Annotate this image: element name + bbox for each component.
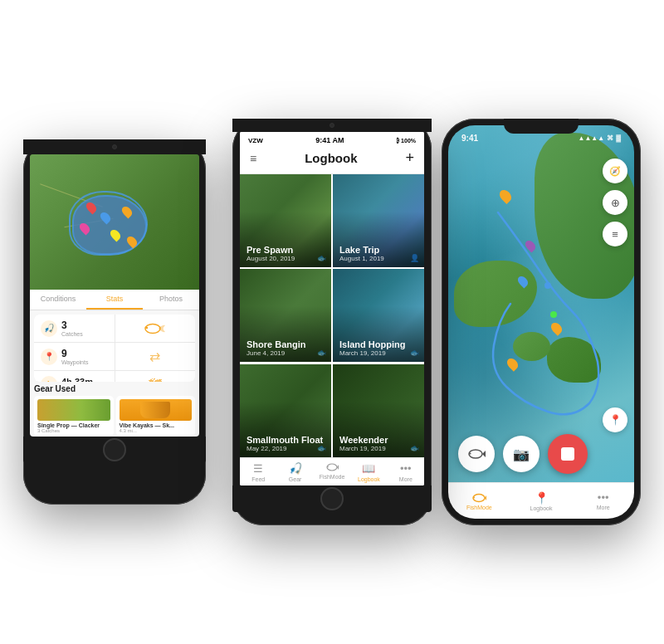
card-title-5: Weekender [339,435,417,445]
card-fish-icon-3: 🐟 [410,349,419,357]
tab-photos[interactable]: Photos [143,290,199,310]
nav-feed[interactable]: ☰ Feed [240,462,276,482]
fish-overlay-icon [467,447,486,461]
card-fish-icon-1: 👤 [410,254,419,262]
nav-more[interactable]: ••• More [388,462,424,482]
gear-item-1: Vibe Kayaks — Sk... 4.3 mi... [116,396,196,437]
nav-logbook-right[interactable]: 📍 Logbook [510,491,573,511]
battery-icon: ▓ [616,134,621,142]
nav-fishmode-right[interactable]: FishMode [448,492,510,510]
phone-left: Conditions Stats Photos 🎣 3Catches [23,139,206,505]
phone-center: VZW 9:41 AM ₿ 100% ≡ Logbook + [232,119,432,525]
card-date-0: August 20, 2019 [247,255,325,262]
gear-item-0: Single Prop — Clacker 3 Catches [34,396,114,437]
card-island-hopping[interactable]: Island Hopping March 19, 2019 🐟 [333,269,424,362]
camera-btn[interactable]: 📷 [503,436,540,472]
stat-fish-icon [115,315,196,342]
svg-point-3 [327,466,329,468]
tab-stats[interactable]: Stats [86,290,143,310]
map-controls: 🧭 ⊕ ≡ [603,159,627,246]
tab-conditions[interactable]: Conditions [30,290,86,310]
svg-point-4 [469,450,482,458]
location-pin-btn[interactable]: 📍 [603,407,627,432]
card-title-2: Shore Bangin [247,339,325,349]
nav-gear[interactable]: 🎣 Gear [276,462,313,482]
card-shore-bangin[interactable]: Shore Bangin June 4, 2019 🐟 [240,269,331,362]
scene: Conditions Stats Photos 🎣 3Catches [0,0,664,644]
right-map: 🧭 ⊕ ≡ 📍 [448,125,634,482]
compass-btn[interactable]: 🧭 [603,159,627,183]
status-time: 9:41 AM [315,136,344,144]
card-fish-icon-4: 🐟 [317,444,326,452]
svg-point-2 [327,464,337,471]
gear-section: Gear Used Single Prop — Clacker 3 Catche… [30,384,199,437]
card-fish-icon-2: 🐟 [317,349,326,357]
svg-point-5 [470,453,471,455]
stop-square-icon [561,447,574,461]
battery-status: 100% [401,138,416,144]
layers-btn[interactable]: ≡ [603,222,627,246]
overlay-buttons: 📷 [458,434,588,474]
logbook-title: Logbook [305,151,357,165]
stat-waypoints: 📍 9Waypoints [34,343,115,370]
card-title-4: Smallmouth Float [247,435,325,445]
card-lake-trip[interactable]: Lake Trip August 1, 2019 👤 [333,174,424,267]
bottom-nav-center: ☰ Feed 🎣 Gear FishMode 📖 [240,457,424,485]
target-btn[interactable]: ⊕ [603,190,627,215]
bottom-right-controls: 📍 [603,407,627,432]
card-title-0: Pre Spawn [247,245,325,255]
card-smallmouth-float[interactable]: Smallmouth Float May 22, 2019 🐟 [240,364,331,457]
fishmode-nav-icon [471,492,486,504]
right-status-time: 9:41 [461,134,478,143]
card-fish-icon-0: 🐟 [317,254,326,262]
svg-point-0 [145,324,160,333]
svg-point-7 [473,496,475,498]
card-title-3: Island Hopping [339,339,417,349]
svg-point-1 [146,326,148,328]
stat-map-icon: 🗺 [115,371,196,382]
card-weekender[interactable]: Weekender March 19, 2019 🐟 [333,364,424,457]
card-date-5: March 19, 2019 [339,445,417,452]
card-date-1: August 1, 2019 [339,255,417,262]
filter-icon[interactable]: ≡ [250,152,256,165]
wifi-icon: ⌘ [607,134,613,142]
card-date-2: June 4, 2019 [247,349,325,357]
nav-logbook[interactable]: 📖 Logbook [350,462,387,482]
map-dot-green [550,311,557,318]
logbook-grid: Pre Spawn August 20, 2019 🐟 Lake Trip Au… [240,174,424,457]
status-carrier: VZW [248,137,263,144]
record-stop-btn[interactable] [548,434,588,474]
card-date-4: May 22, 2019 [247,445,325,452]
logbook-header: ≡ Logbook + [240,146,424,174]
card-pre-spawn[interactable]: Pre Spawn August 20, 2019 🐟 [240,174,331,267]
nav-more-right[interactable]: ••• More [572,491,634,510]
nav-fishmode[interactable]: FishMode [314,462,350,482]
fish-mode-overlay-btn[interactable] [458,436,495,472]
bluetooth-icon: ₿ [397,138,399,144]
signal-bars-icon: ▲▲▲▲ [578,134,604,142]
card-title-1: Lake Trip [339,245,417,255]
svg-point-6 [473,494,485,501]
stat-duration: ⏱ 4h 33mDuration [34,371,115,382]
card-date-3: March 19, 2019 [339,349,417,357]
card-fish-icon-5: 🐟 [410,444,419,452]
phone-right: 9:41 ▲▲▲▲ ⌘ ▓ [442,119,641,525]
fishmode-icon [325,462,339,472]
stat-arrows-icon: ⇄ [115,343,196,370]
add-button[interactable]: + [405,149,414,167]
fish-icon [144,321,167,336]
bottom-nav-right: FishMode 📍 Logbook ••• More [448,482,634,519]
stat-catches: 🎣 3Catches [34,315,115,342]
